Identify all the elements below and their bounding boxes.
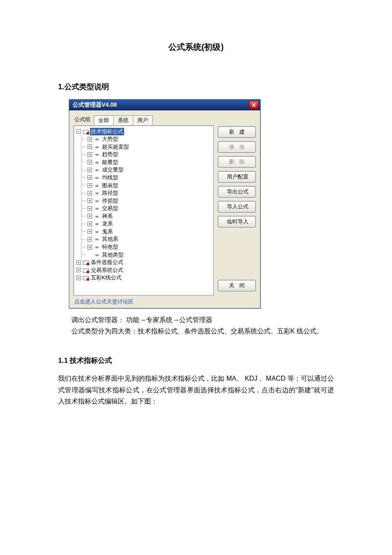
tree-root-trade-system: + 交易系统公式 — [75, 266, 212, 274]
tabs-row: 公式组 全部 系统 用户 — [73, 115, 256, 125]
side-button-column: 新 建 修 改 删 除 用户配置 导出公式 导入公式 临时导入 关 闭 — [218, 125, 256, 296]
tree-node-label[interactable]: 鬼系 — [101, 228, 114, 235]
tree-node-label[interactable]: 能量型 — [101, 159, 119, 166]
tree-node-label[interactable]: 均线型 — [101, 174, 119, 181]
link-icon: ∞ — [94, 160, 100, 165]
link-icon: ∞ — [94, 221, 100, 226]
paragraph-open-manager: 调出公式管理器： 功能→专家系统→公式管理器 — [58, 314, 334, 325]
expander-plus-icon[interactable]: + — [88, 183, 92, 188]
paragraph-1-1-body: 我们在技术分析界面中见到的指标为技术指标公式，比如 MA、 KDJ 、MACD … — [58, 373, 334, 407]
link-icon: ∞ — [94, 252, 100, 257]
expander-plus-icon[interactable]: + — [88, 144, 92, 149]
tree-child: +∞成交量型 — [82, 166, 212, 174]
document-title: 公式系统(初级) — [58, 42, 334, 53]
tree-node-label[interactable]: 龙系 — [101, 220, 114, 227]
tree-child: +∞交易型 — [82, 205, 212, 213]
tree-child: +∞超买超卖型 — [82, 143, 212, 151]
expander-plus-icon[interactable]: + — [88, 237, 92, 242]
section-1-1-heading: 1.1 技术指标公式 — [58, 356, 334, 365]
delete-button[interactable]: 删 除 — [218, 156, 256, 168]
tree-node-label[interactable]: 图表型 — [101, 182, 119, 189]
tab-system[interactable]: 系统 — [113, 115, 133, 125]
link-icon: ∞ — [94, 175, 100, 180]
folder-icon — [83, 260, 89, 265]
tree-child: ∞其他类型 — [82, 251, 212, 259]
formula-tree: − 技术指标公式 +∞大势型 +∞超买超卖型 +∞趋势型 +∞能量型 +∞成交量… — [75, 127, 212, 281]
link-icon: ∞ — [94, 214, 100, 219]
expander-plus-icon[interactable]: + — [88, 175, 92, 180]
section-1-heading: 1.公式类型说明 — [58, 82, 334, 92]
edit-button[interactable]: 修 改 — [218, 141, 256, 153]
link-icon: ∞ — [94, 152, 100, 157]
folder-icon — [83, 268, 89, 273]
paragraph-categories: 公式类型分为四大类：技术指标公式、条件选股公式、交易系统公式、五彩K 线公式。 — [58, 325, 334, 337]
dialog-title: 公式管理器V4.08 — [73, 101, 117, 109]
tree-node-label[interactable]: 路径型 — [101, 189, 119, 197]
tree-root-tech-indicator: − 技术指标公式 +∞大势型 +∞超买超卖型 +∞趋势型 +∞能量型 +∞成交量… — [75, 127, 212, 259]
tree-node-label[interactable]: 其他类型 — [101, 251, 124, 259]
expander-plus-icon[interactable]: + — [88, 245, 92, 249]
expander-plus-icon[interactable]: + — [88, 198, 92, 203]
formula-tree-panel[interactable]: − 技术指标公式 +∞大势型 +∞超买超卖型 +∞趋势型 +∞能量型 +∞成交量… — [73, 125, 214, 296]
dialog-titlebar[interactable]: 公式管理器V4.08 — [69, 100, 260, 110]
link-icon: ∞ — [94, 167, 100, 172]
expander-plus-icon[interactable]: + — [88, 206, 92, 211]
tree-child: +∞能量型 — [82, 158, 212, 166]
expander-plus-icon[interactable]: + — [88, 168, 92, 172]
tree-node-label[interactable]: 交易型 — [101, 205, 119, 212]
link-icon: ∞ — [94, 144, 100, 149]
tree-child: +∞趋势型 — [82, 151, 212, 159]
import-button[interactable]: 导入公式 — [218, 201, 256, 213]
expander-plus-icon[interactable]: + — [88, 222, 92, 226]
close-icon[interactable] — [249, 101, 258, 109]
expander-plus-icon[interactable]: + — [88, 229, 92, 234]
tree-node-label[interactable]: 超买超卖型 — [101, 143, 130, 151]
export-button[interactable]: 导出公式 — [218, 186, 256, 198]
tree-child: +∞鬼系 — [82, 227, 212, 235]
expander-plus-icon[interactable]: + — [88, 152, 92, 157]
link-icon: ∞ — [94, 191, 100, 196]
tab-user[interactable]: 用户 — [133, 115, 153, 125]
document-page: 公式系统(初级) 1.公式类型说明 公式管理器V4.08 公式组 全部 系统 用… — [0, 0, 392, 555]
folder-icon — [83, 129, 89, 134]
tree-node-label[interactable]: 大势型 — [101, 135, 119, 143]
tree-root-color-kline: + 五彩K线公式 — [75, 274, 212, 282]
tree-node-label[interactable]: 成交量型 — [101, 166, 124, 174]
tree-node-label[interactable]: 其他系 — [101, 235, 119, 243]
dialog-content-row: − 技术指标公式 +∞大势型 +∞超买超卖型 +∞趋势型 +∞能量型 +∞成交量… — [73, 125, 256, 296]
tabs-group-label: 公式组 — [73, 115, 94, 125]
dialog-body: 公式组 全部 系统 用户 − 技术指标公式 — [69, 110, 260, 308]
tree-child: +∞图表型 — [82, 181, 212, 189]
tree-child: +∞其他系 — [82, 235, 212, 243]
tree-child: +∞路径型 — [82, 189, 212, 197]
tree-root-condition: + 条件选股公式 — [75, 259, 212, 266]
link-icon: ∞ — [94, 183, 100, 188]
expander-plus-icon[interactable]: + — [88, 191, 92, 196]
forum-link[interactable]: 点击进入公式天堂讨论区 — [73, 296, 256, 306]
expander-plus-icon[interactable]: + — [88, 160, 92, 164]
expander-minus-icon[interactable]: − — [76, 129, 81, 134]
tab-all[interactable]: 全部 — [94, 115, 114, 125]
expander-plus-icon[interactable]: + — [76, 268, 81, 272]
tree-node-label[interactable]: 条件选股公式 — [90, 259, 124, 266]
tree-node-label[interactable]: 技术指标公式 — [90, 128, 124, 135]
expander-plus-icon[interactable]: + — [88, 214, 92, 218]
tree-child: +∞大势型 — [82, 135, 212, 143]
tree-node-label[interactable]: 停损型 — [101, 197, 119, 205]
tree-node-label[interactable]: 五彩K线公式 — [90, 274, 122, 281]
tree-node-label[interactable]: 特色型 — [101, 243, 119, 251]
temp-import-button[interactable]: 临时导入 — [218, 216, 256, 227]
tree-node-label[interactable]: 交易系统公式 — [90, 266, 124, 274]
close-button[interactable]: 关 闭 — [218, 280, 256, 291]
expander-plus-icon[interactable]: + — [76, 276, 81, 280]
tree-node-label[interactable]: 趋势型 — [101, 151, 119, 158]
link-icon: ∞ — [94, 237, 100, 242]
expander-plus-icon[interactable]: + — [88, 137, 92, 142]
expander-none — [88, 252, 92, 257]
formula-manager-dialog: 公式管理器V4.08 公式组 全部 系统 用户 − — [69, 99, 261, 308]
link-icon: ∞ — [94, 198, 100, 203]
expander-plus-icon[interactable]: + — [76, 260, 81, 265]
tree-node-label[interactable]: 神系 — [101, 213, 114, 220]
new-button[interactable]: 新 建 — [218, 126, 256, 138]
user-config-button[interactable]: 用户配置 — [218, 171, 256, 183]
